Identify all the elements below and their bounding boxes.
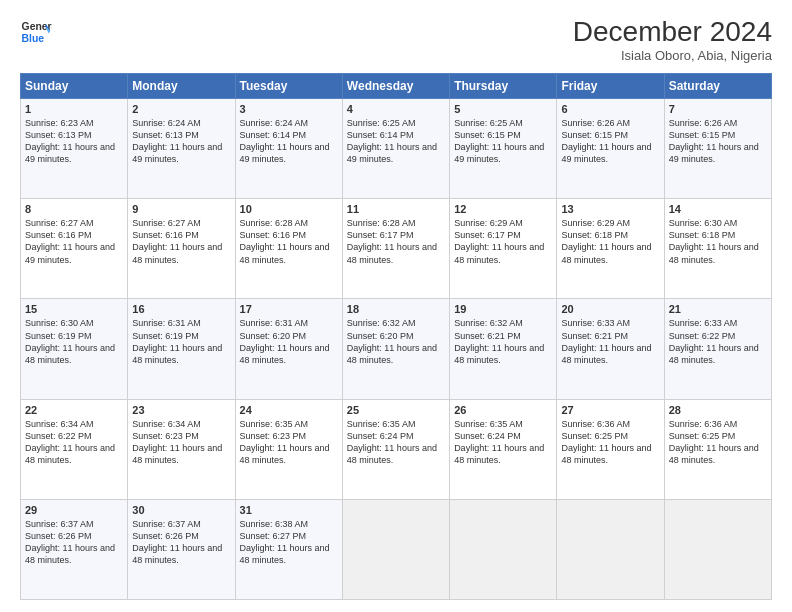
calendar-cell: 17Sunrise: 6:31 AMSunset: 6:20 PMDayligh… (235, 299, 342, 399)
col-sunday: Sunday (21, 74, 128, 99)
day-info: Sunrise: 6:27 AMSunset: 6:16 PMDaylight:… (132, 217, 230, 266)
day-number: 25 (347, 404, 445, 416)
calendar-cell: 27Sunrise: 6:36 AMSunset: 6:25 PMDayligh… (557, 399, 664, 499)
day-number: 22 (25, 404, 123, 416)
day-number: 13 (561, 203, 659, 215)
day-info: Sunrise: 6:31 AMSunset: 6:20 PMDaylight:… (240, 317, 338, 366)
calendar-cell: 23Sunrise: 6:34 AMSunset: 6:23 PMDayligh… (128, 399, 235, 499)
calendar-cell: 4Sunrise: 6:25 AMSunset: 6:14 PMDaylight… (342, 99, 449, 199)
day-number: 30 (132, 504, 230, 516)
day-info: Sunrise: 6:33 AMSunset: 6:22 PMDaylight:… (669, 317, 767, 366)
day-number: 1 (25, 103, 123, 115)
calendar-cell: 7Sunrise: 6:26 AMSunset: 6:15 PMDaylight… (664, 99, 771, 199)
day-info: Sunrise: 6:34 AMSunset: 6:23 PMDaylight:… (132, 418, 230, 467)
day-info: Sunrise: 6:26 AMSunset: 6:15 PMDaylight:… (669, 117, 767, 166)
day-number: 10 (240, 203, 338, 215)
day-info: Sunrise: 6:25 AMSunset: 6:14 PMDaylight:… (347, 117, 445, 166)
day-info: Sunrise: 6:33 AMSunset: 6:21 PMDaylight:… (561, 317, 659, 366)
col-thursday: Thursday (450, 74, 557, 99)
calendar-week-row: 29Sunrise: 6:37 AMSunset: 6:26 PMDayligh… (21, 499, 772, 599)
calendar-cell: 21Sunrise: 6:33 AMSunset: 6:22 PMDayligh… (664, 299, 771, 399)
calendar-cell (557, 499, 664, 599)
calendar-cell: 24Sunrise: 6:35 AMSunset: 6:23 PMDayligh… (235, 399, 342, 499)
day-number: 8 (25, 203, 123, 215)
col-monday: Monday (128, 74, 235, 99)
day-info: Sunrise: 6:30 AMSunset: 6:18 PMDaylight:… (669, 217, 767, 266)
calendar-cell: 10Sunrise: 6:28 AMSunset: 6:16 PMDayligh… (235, 199, 342, 299)
calendar-cell: 28Sunrise: 6:36 AMSunset: 6:25 PMDayligh… (664, 399, 771, 499)
col-tuesday: Tuesday (235, 74, 342, 99)
day-info: Sunrise: 6:35 AMSunset: 6:23 PMDaylight:… (240, 418, 338, 467)
calendar-cell (342, 499, 449, 599)
day-info: Sunrise: 6:23 AMSunset: 6:13 PMDaylight:… (25, 117, 123, 166)
calendar-week-row: 1Sunrise: 6:23 AMSunset: 6:13 PMDaylight… (21, 99, 772, 199)
calendar-cell: 3Sunrise: 6:24 AMSunset: 6:14 PMDaylight… (235, 99, 342, 199)
calendar-week-row: 15Sunrise: 6:30 AMSunset: 6:19 PMDayligh… (21, 299, 772, 399)
day-number: 5 (454, 103, 552, 115)
day-info: Sunrise: 6:24 AMSunset: 6:13 PMDaylight:… (132, 117, 230, 166)
calendar-cell: 11Sunrise: 6:28 AMSunset: 6:17 PMDayligh… (342, 199, 449, 299)
day-number: 24 (240, 404, 338, 416)
calendar-cell: 26Sunrise: 6:35 AMSunset: 6:24 PMDayligh… (450, 399, 557, 499)
subtitle: Isiala Oboro, Abia, Nigeria (573, 48, 772, 63)
day-number: 26 (454, 404, 552, 416)
calendar-cell: 9Sunrise: 6:27 AMSunset: 6:16 PMDaylight… (128, 199, 235, 299)
calendar-cell: 8Sunrise: 6:27 AMSunset: 6:16 PMDaylight… (21, 199, 128, 299)
day-info: Sunrise: 6:36 AMSunset: 6:25 PMDaylight:… (669, 418, 767, 467)
calendar-cell: 20Sunrise: 6:33 AMSunset: 6:21 PMDayligh… (557, 299, 664, 399)
day-info: Sunrise: 6:34 AMSunset: 6:22 PMDaylight:… (25, 418, 123, 467)
day-info: Sunrise: 6:24 AMSunset: 6:14 PMDaylight:… (240, 117, 338, 166)
calendar-cell: 29Sunrise: 6:37 AMSunset: 6:26 PMDayligh… (21, 499, 128, 599)
day-number: 7 (669, 103, 767, 115)
calendar-week-row: 8Sunrise: 6:27 AMSunset: 6:16 PMDaylight… (21, 199, 772, 299)
day-number: 23 (132, 404, 230, 416)
calendar-cell (450, 499, 557, 599)
day-info: Sunrise: 6:35 AMSunset: 6:24 PMDaylight:… (347, 418, 445, 467)
calendar-cell: 1Sunrise: 6:23 AMSunset: 6:13 PMDaylight… (21, 99, 128, 199)
day-number: 9 (132, 203, 230, 215)
calendar-cell: 22Sunrise: 6:34 AMSunset: 6:22 PMDayligh… (21, 399, 128, 499)
day-info: Sunrise: 6:37 AMSunset: 6:26 PMDaylight:… (25, 518, 123, 567)
calendar-cell: 19Sunrise: 6:32 AMSunset: 6:21 PMDayligh… (450, 299, 557, 399)
day-number: 31 (240, 504, 338, 516)
day-number: 29 (25, 504, 123, 516)
calendar-week-row: 22Sunrise: 6:34 AMSunset: 6:22 PMDayligh… (21, 399, 772, 499)
day-number: 14 (669, 203, 767, 215)
calendar-cell (664, 499, 771, 599)
calendar-cell: 30Sunrise: 6:37 AMSunset: 6:26 PMDayligh… (128, 499, 235, 599)
day-number: 12 (454, 203, 552, 215)
day-info: Sunrise: 6:29 AMSunset: 6:17 PMDaylight:… (454, 217, 552, 266)
logo-icon: General Blue (20, 16, 52, 48)
day-number: 21 (669, 303, 767, 315)
calendar-cell: 14Sunrise: 6:30 AMSunset: 6:18 PMDayligh… (664, 199, 771, 299)
day-number: 18 (347, 303, 445, 315)
header-row: Sunday Monday Tuesday Wednesday Thursday… (21, 74, 772, 99)
day-number: 27 (561, 404, 659, 416)
main-title: December 2024 (573, 16, 772, 48)
svg-text:Blue: Blue (22, 33, 45, 44)
day-number: 6 (561, 103, 659, 115)
day-info: Sunrise: 6:35 AMSunset: 6:24 PMDaylight:… (454, 418, 552, 467)
day-info: Sunrise: 6:27 AMSunset: 6:16 PMDaylight:… (25, 217, 123, 266)
day-info: Sunrise: 6:28 AMSunset: 6:16 PMDaylight:… (240, 217, 338, 266)
header: General Blue December 2024 Isiala Oboro,… (20, 16, 772, 63)
day-info: Sunrise: 6:36 AMSunset: 6:25 PMDaylight:… (561, 418, 659, 467)
day-number: 3 (240, 103, 338, 115)
calendar-cell: 16Sunrise: 6:31 AMSunset: 6:19 PMDayligh… (128, 299, 235, 399)
day-number: 19 (454, 303, 552, 315)
calendar-cell: 25Sunrise: 6:35 AMSunset: 6:24 PMDayligh… (342, 399, 449, 499)
day-info: Sunrise: 6:37 AMSunset: 6:26 PMDaylight:… (132, 518, 230, 567)
day-info: Sunrise: 6:29 AMSunset: 6:18 PMDaylight:… (561, 217, 659, 266)
day-number: 17 (240, 303, 338, 315)
day-info: Sunrise: 6:26 AMSunset: 6:15 PMDaylight:… (561, 117, 659, 166)
calendar-cell: 2Sunrise: 6:24 AMSunset: 6:13 PMDaylight… (128, 99, 235, 199)
calendar-cell: 12Sunrise: 6:29 AMSunset: 6:17 PMDayligh… (450, 199, 557, 299)
calendar-cell: 31Sunrise: 6:38 AMSunset: 6:27 PMDayligh… (235, 499, 342, 599)
day-number: 15 (25, 303, 123, 315)
day-number: 20 (561, 303, 659, 315)
calendar-cell: 13Sunrise: 6:29 AMSunset: 6:18 PMDayligh… (557, 199, 664, 299)
day-number: 16 (132, 303, 230, 315)
day-info: Sunrise: 6:28 AMSunset: 6:17 PMDaylight:… (347, 217, 445, 266)
day-number: 28 (669, 404, 767, 416)
day-number: 11 (347, 203, 445, 215)
